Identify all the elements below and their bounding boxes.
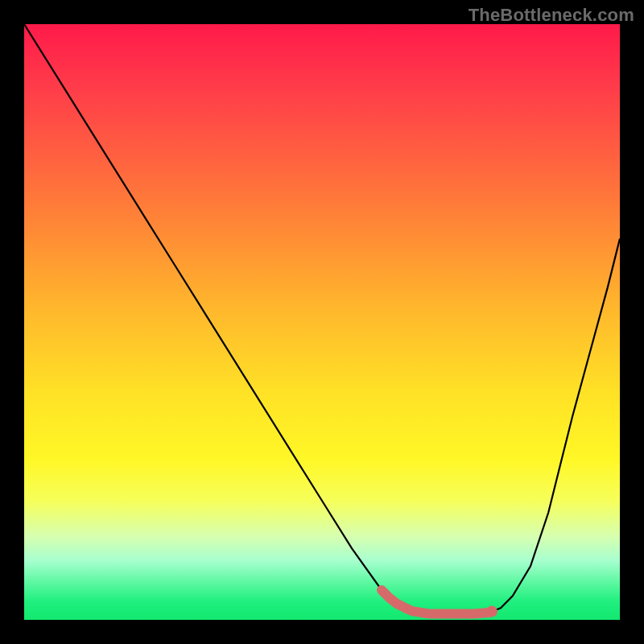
curve-path: [24, 24, 620, 614]
optimal-dot: [486, 606, 497, 617]
curve-layer: [24, 24, 620, 620]
bottleneck-chart: [24, 24, 620, 620]
optimal-band: [382, 590, 489, 614]
watermark: TheBottleneck.com: [469, 5, 634, 26]
